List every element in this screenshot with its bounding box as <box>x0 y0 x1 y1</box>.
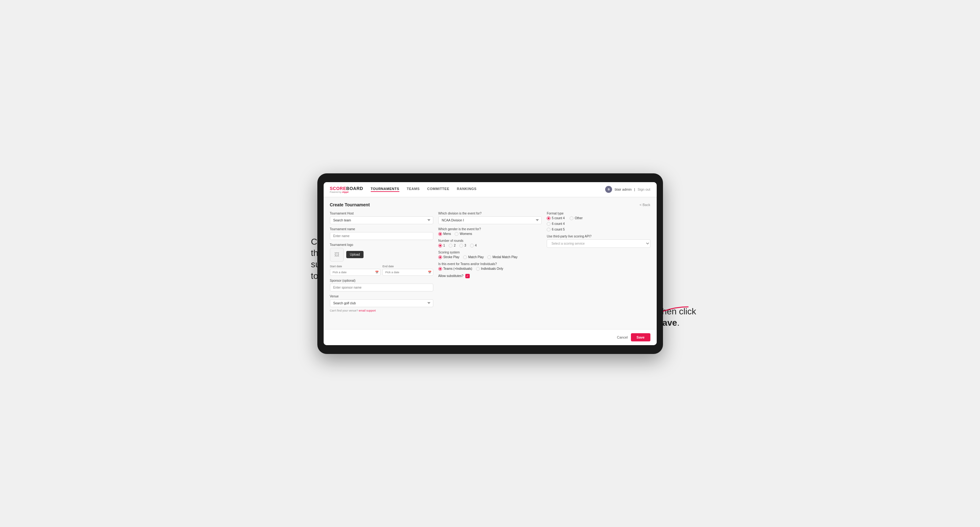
scoring-stroke-radio[interactable] <box>438 256 442 259</box>
save-button[interactable]: Save <box>631 333 651 341</box>
scoring-service-select[interactable]: Select a scoring service <box>547 239 650 248</box>
image-icon: 🖼 <box>334 252 339 257</box>
format-type-label: Format type <box>547 212 650 215</box>
event-type-individuals[interactable]: Individuals Only <box>476 267 503 271</box>
rounds-3-label: 3 <box>465 244 466 247</box>
format-6count4[interactable]: 6 count 4 <box>547 222 565 226</box>
format-row-2: 6 count 4 <box>547 222 650 226</box>
scoring-stroke[interactable]: Stroke Play <box>438 256 459 259</box>
gender-womens[interactable]: Womens <box>455 232 472 236</box>
venue-group: Venue Search golf club Can't find your v… <box>330 295 433 312</box>
tablet-screen: SCOREBOARD Powered by clippd TOURNAMENTS… <box>324 182 657 345</box>
rounds-4-radio[interactable] <box>470 244 474 248</box>
rounds-2-radio[interactable] <box>449 244 452 248</box>
main-content: Create Tournament Back Tournament Host S… <box>324 197 657 329</box>
allow-substitutes-label: Allow substitutes? <box>438 274 463 278</box>
form-section-middle: Which division is the event for? NCAA Di… <box>438 212 542 312</box>
event-type-radio-group: Teams (+Individuals) Individuals Only <box>438 267 542 271</box>
start-date-input[interactable] <box>330 269 381 276</box>
upload-button[interactable]: Upload <box>346 251 364 258</box>
tournament-logo-label: Tournament logo <box>330 243 433 246</box>
allow-substitutes-checkbox-label[interactable]: Allow substitutes? ✓ <box>438 274 542 278</box>
gender-womens-radio[interactable] <box>455 232 458 236</box>
start-date-label: Start date <box>330 265 381 268</box>
start-date-group: Start date 📅 <box>330 265 381 276</box>
rounds-4-label: 4 <box>475 244 477 247</box>
event-type-teams[interactable]: Teams (+Individuals) <box>438 267 472 271</box>
division-label: Which division is the event for? <box>438 212 542 215</box>
user-name: blair admin <box>614 187 632 191</box>
scoring-match-label: Match Play <box>468 256 484 259</box>
gender-mens-label: Mens <box>443 232 451 235</box>
format-6count5-radio[interactable] <box>547 228 550 232</box>
venue-help-static: Can't find your venue? <box>330 309 358 312</box>
division-group: Which division is the event for? NCAA Di… <box>438 212 542 224</box>
tournament-host-select[interactable]: Search team <box>330 216 433 224</box>
cancel-button[interactable]: Cancel <box>617 335 628 339</box>
event-type-teams-radio[interactable] <box>438 267 442 271</box>
sign-out-link[interactable]: Sign out <box>638 187 650 191</box>
form-grid: Tournament Host Search team Tournament n… <box>330 212 651 312</box>
event-type-individuals-radio[interactable] <box>476 267 480 271</box>
allow-substitutes-checkbox[interactable]: ✓ <box>465 274 470 278</box>
tablet-frame: SCOREBOARD Powered by clippd TOURNAMENTS… <box>317 173 663 354</box>
venue-email-support-link[interactable]: email support <box>359 309 376 312</box>
scoring-service-label: Use third-party live scoring API? <box>547 235 650 238</box>
page-title: Create Tournament <box>330 202 370 207</box>
format-other-radio[interactable] <box>570 216 573 220</box>
format-5count4[interactable]: 5 count 4 <box>547 216 565 220</box>
nav-links: TOURNAMENTS TEAMS COMMITTEE RANKINGS <box>371 187 606 192</box>
nav-rankings[interactable]: RANKINGS <box>457 187 477 192</box>
date-row: Start date 📅 End date 📅 <box>330 265 433 276</box>
rounds-3[interactable]: 3 <box>459 244 466 248</box>
nav-user-area: B blair admin | Sign out <box>605 186 650 193</box>
format-other[interactable]: Other <box>570 216 582 220</box>
format-type-group: Format type 5 count 4 Other <box>547 212 650 232</box>
rounds-4[interactable]: 4 <box>470 244 477 248</box>
nav-tournaments[interactable]: TOURNAMENTS <box>371 187 399 192</box>
end-date-input[interactable] <box>382 269 433 276</box>
scoring-match-radio[interactable] <box>463 256 467 259</box>
rounds-3-radio[interactable] <box>459 244 463 248</box>
end-date-label: End date <box>382 265 433 268</box>
format-5count4-radio[interactable] <box>547 216 550 220</box>
rounds-1[interactable]: 1 <box>438 244 445 248</box>
division-select[interactable]: NCAA Division I <box>438 216 542 224</box>
rounds-2[interactable]: 2 <box>449 244 456 248</box>
event-type-group: Is this event for Teams and/or Individua… <box>438 262 542 271</box>
format-6count4-radio[interactable] <box>547 222 550 226</box>
scoring-system-label: Scoring system <box>438 251 542 254</box>
avatar: B <box>605 186 612 193</box>
logo-text: SCOREBOARD <box>330 186 363 191</box>
sponsor-input[interactable] <box>330 284 433 292</box>
format-6count5[interactable]: 6 count 5 <box>547 228 565 232</box>
calendar-icon-end: 📅 <box>428 271 431 274</box>
nav-committee[interactable]: COMMITTEE <box>427 187 450 192</box>
scoring-medal-label: Medal Match Play <box>492 256 517 259</box>
venue-label: Venue <box>330 295 433 298</box>
scoring-medal-radio[interactable] <box>487 256 491 259</box>
tournament-name-input[interactable] <box>330 232 433 240</box>
sponsor-label: Sponsor (optional) <box>330 279 433 283</box>
end-date-wrap: 📅 <box>382 269 433 276</box>
back-link[interactable]: Back <box>640 203 651 206</box>
event-type-teams-label: Teams (+Individuals) <box>443 267 472 270</box>
gender-mens[interactable]: Mens <box>438 232 451 236</box>
scoring-system-group: Scoring system Stroke Play Match Play <box>438 251 542 259</box>
format-row-3: 6 count 5 <box>547 228 650 232</box>
scoring-match[interactable]: Match Play <box>463 256 484 259</box>
form-section-left: Tournament Host Search team Tournament n… <box>330 212 433 312</box>
format-other-label: Other <box>575 216 582 220</box>
format-6count5-label: 6 count 5 <box>552 228 565 231</box>
event-type-label: Is this event for Teams and/or Individua… <box>438 262 542 266</box>
scoring-medal[interactable]: Medal Match Play <box>487 256 517 259</box>
venue-select[interactable]: Search golf club <box>330 299 433 307</box>
gender-mens-radio[interactable] <box>438 232 442 236</box>
rounds-1-radio[interactable] <box>438 244 442 248</box>
tournament-name-group: Tournament name <box>330 227 433 240</box>
rounds-group: Number of rounds 1 2 <box>438 239 542 248</box>
format-5count4-label: 5 count 4 <box>552 216 565 220</box>
nav-teams[interactable]: TEAMS <box>407 187 420 192</box>
scoring-service-group: Use third-party live scoring API? Select… <box>547 235 650 248</box>
page-header: Create Tournament Back <box>330 202 651 207</box>
